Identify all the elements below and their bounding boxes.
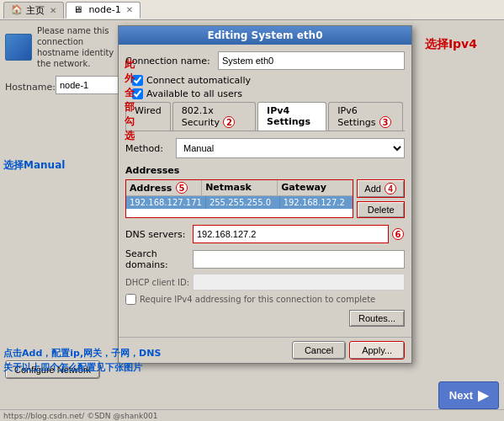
require-row: Require IPv4 addressing for this connect…: [125, 294, 405, 305]
connection-name-input[interactable]: [218, 51, 405, 70]
tab-home[interactable]: 🏠 主页 ✕: [3, 2, 64, 19]
badge-3: 3: [379, 116, 391, 128]
connect-auto-label: Connect automatically: [146, 75, 251, 86]
search-domains-row: Search domains:: [125, 248, 405, 270]
addresses-table-container: Address 5 Netmask Gateway 192.168.127.17…: [125, 179, 405, 218]
method-label: Method:: [125, 143, 176, 154]
cell-netmask: 255.255.255.0: [206, 196, 280, 209]
connect-auto-row: Connect automatically: [125, 75, 405, 86]
addresses-table: Address 5 Netmask Gateway 192.168.127.17…: [125, 179, 353, 218]
connection-name-row: Connection name:: [125, 51, 405, 70]
col-address: Address 5: [126, 180, 202, 195]
hostname-row: Hostname:: [5, 76, 125, 99]
logo-icon: [5, 34, 32, 61]
available-all-label: Available to all users: [146, 88, 242, 99]
search-label: Search domains:: [125, 248, 193, 270]
require-label: Require IPv4 addressing for this connect…: [140, 295, 375, 304]
addresses-label: Addresses: [125, 165, 405, 176]
main-area: Please name this connection hostname ide…: [0, 20, 504, 421]
addr-data-row[interactable]: 192.168.127.171 255.255.255.0 192.168.12…: [126, 196, 353, 209]
badge-6: 6: [392, 228, 404, 240]
tab-close-home[interactable]: ✕: [50, 6, 56, 15]
tab-ipv6[interactable]: IPv6 Settings 3: [328, 102, 403, 131]
dns-label: DNS servers:: [125, 229, 193, 240]
dhcp-input[interactable]: [193, 274, 405, 290]
next-arrow-icon: ▶: [478, 387, 488, 403]
connect-auto-checkbox[interactable]: [132, 75, 143, 86]
available-all-row: Available to all users: [125, 88, 405, 99]
routes-row: Routes...: [125, 310, 405, 327]
home-icon: 🏠: [11, 4, 23, 16]
tab-wired[interactable]: Wired: [125, 102, 171, 131]
require-checkbox[interactable]: [125, 294, 136, 305]
tab-ipv4[interactable]: IPv4 Settings: [257, 102, 326, 131]
editing-dialog: Editing System eth0 Connection name: Con…: [118, 25, 412, 364]
hostname-label: Hostname:: [5, 82, 56, 93]
dns-row: DNS servers: 6: [125, 225, 405, 243]
apply-button[interactable]: Apply...: [349, 341, 405, 360]
configure-network-button[interactable]: Configure Network: [5, 360, 100, 379]
tab-close-node1[interactable]: ✕: [126, 5, 133, 14]
badge-5: 5: [176, 182, 188, 194]
method-select[interactable]: Manual Automatic (DHCP): [176, 138, 405, 158]
sidebar-description: Please name this connection hostname ide…: [37, 25, 125, 69]
dialog-footer: Cancel Apply...: [119, 337, 411, 363]
addr-buttons: Add 4 Delete: [357, 179, 405, 218]
tab-node1[interactable]: 🖥 node-1 ✕: [66, 2, 141, 19]
dialog-tabs: Wired 802.1x Security 2 IPv4 Settings IP…: [125, 102, 405, 131]
method-row: Method: Manual Automatic (DHCP): [125, 138, 405, 158]
dialog-titlebar: Editing System eth0: [119, 26, 411, 45]
dns-input[interactable]: [193, 225, 389, 243]
col-gateway: Gateway: [278, 180, 353, 195]
node-icon: 🖥: [73, 4, 85, 16]
delete-button[interactable]: Delete: [357, 201, 405, 218]
connection-name-label: Connection name:: [125, 56, 218, 67]
sidebar: Please name this connection hostname ide…: [0, 20, 130, 421]
annotation-ipv4: 选择Ipv4: [425, 37, 477, 52]
tab-bar: 🏠 主页 ✕ 🖥 node-1 ✕: [0, 0, 504, 20]
addr-header: Address 5 Netmask Gateway: [126, 180, 353, 196]
badge-2: 2: [223, 116, 235, 128]
col-netmask: Netmask: [202, 180, 278, 195]
cancel-button[interactable]: Cancel: [292, 341, 346, 360]
dhcp-row: DHCP client ID:: [125, 274, 405, 290]
status-bar: https://blog.csdn.net/ ©SDN @shank001: [0, 409, 504, 421]
sidebar-logo: Please name this connection hostname ide…: [5, 25, 125, 69]
add-button[interactable]: Add 4: [357, 179, 405, 198]
tab-8021x[interactable]: 802.1x Security 2: [172, 102, 256, 131]
cell-gateway: 192.168.127.2: [280, 196, 353, 209]
next-button[interactable]: Next ▶: [438, 381, 499, 409]
hostname-input[interactable]: [56, 76, 125, 94]
badge-4: 4: [385, 183, 396, 195]
available-all-checkbox[interactable]: [132, 88, 143, 99]
cell-address: 192.168.127.171: [126, 196, 206, 209]
routes-button[interactable]: Routes...: [349, 310, 405, 327]
dialog-content: Connection name: Connect automatically A…: [119, 45, 411, 337]
search-input[interactable]: [193, 250, 405, 269]
next-button-container: Next ▶: [438, 381, 499, 409]
dhcp-label: DHCP client ID:: [125, 278, 193, 287]
